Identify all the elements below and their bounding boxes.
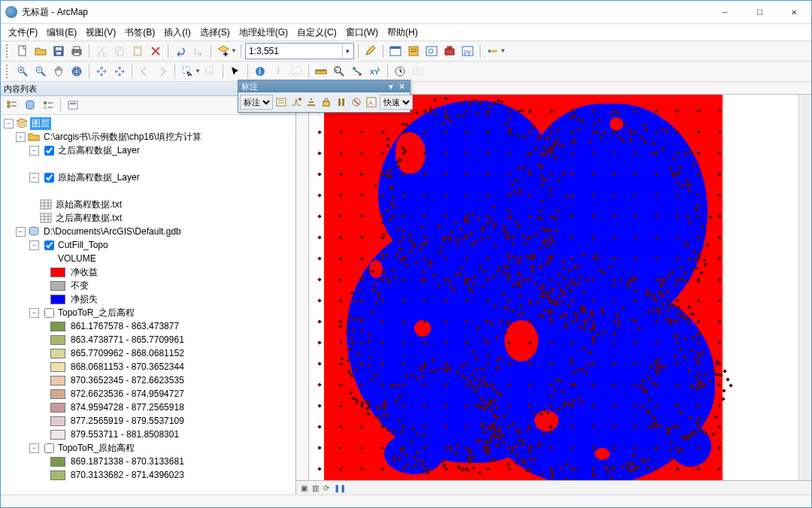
zoom-out-button[interactable] <box>32 63 49 80</box>
view-unplaced-button[interactable] <box>350 94 363 110</box>
collapse-icon[interactable]: − <box>29 308 39 318</box>
catalog-button[interactable] <box>405 43 422 59</box>
tree-label[interactable]: 原始高程数据.txt <box>54 198 123 211</box>
html-popup-button[interactable] <box>288 63 304 80</box>
collapse-icon[interactable]: − <box>29 173 39 183</box>
create-viewer-button[interactable] <box>410 63 426 80</box>
map-scrollbar-vertical[interactable] <box>798 95 811 480</box>
editor-toolbar-button[interactable] <box>362 43 379 59</box>
undo-button[interactable] <box>172 43 189 59</box>
add-data-button[interactable] <box>215 43 232 59</box>
measure-button[interactable] <box>313 63 329 80</box>
arctoolbox-button[interactable] <box>441 43 458 59</box>
select-elements-button[interactable] <box>227 63 244 80</box>
menu-geoprocessing[interactable]: 地理处理(G) <box>235 25 292 41</box>
find-button[interactable] <box>331 63 347 80</box>
list-by-selection-button[interactable] <box>65 97 81 113</box>
tree-label[interactable]: 之后高程数据_Layer <box>56 144 141 157</box>
pan-button[interactable] <box>50 63 67 80</box>
tree-topo-after[interactable]: − TopoToR_之后高程 <box>2 306 295 319</box>
tree-class-row[interactable]: 865.7709962 - 868.0681152 <box>2 346 295 360</box>
labeling-toolbar-close-icon[interactable]: ✕ <box>396 82 407 92</box>
data-view-tab[interactable]: ▣ <box>301 484 308 492</box>
collapse-icon[interactable]: − <box>29 146 39 156</box>
toc-button[interactable] <box>387 43 404 59</box>
tree-label[interactable]: D:\Documents\ArcGIS\Default.gdb <box>42 226 183 237</box>
close-button[interactable]: ✕ <box>777 1 811 23</box>
tree-cutfill-field[interactable]: VOLUME <box>2 252 295 265</box>
tree-class-row[interactable]: 863.4738771 - 865.7709961 <box>2 333 295 346</box>
pause-labels-button[interactable] <box>335 94 348 110</box>
list-by-source-button[interactable] <box>22 97 38 113</box>
layer-visibility-checkbox[interactable] <box>44 240 54 250</box>
pause-drawing-icon[interactable]: ❚❚ <box>334 484 346 492</box>
hyperlink-button[interactable] <box>270 63 286 80</box>
menu-bookmarks[interactable]: 书签(B) <box>120 25 159 41</box>
scale-dropdown-arrow[interactable]: ▾ <box>342 44 353 58</box>
lock-labels-button[interactable] <box>320 94 333 110</box>
find-route-button[interactable] <box>349 63 365 80</box>
collapse-icon[interactable]: − <box>29 240 39 250</box>
label-priority-button[interactable] <box>289 94 303 110</box>
menu-customize[interactable]: 自定义(C) <box>292 25 341 41</box>
collapse-icon[interactable]: − <box>29 443 39 453</box>
tree-class-row[interactable]: 868.0681153 - 870.3652344 <box>2 360 295 373</box>
tree-class-row[interactable]: 869.1871338 - 870.3133681 <box>2 455 295 468</box>
menu-select[interactable]: 选择(S) <box>195 25 235 41</box>
labeling-mode-select[interactable]: 标注 <box>240 95 273 110</box>
tree-txt-after[interactable]: 之后高程数据.txt <box>2 211 295 225</box>
tree-class-row[interactable]: 870.3652345 - 872.6623535 <box>2 373 295 387</box>
labeling-toolbar-titlebar[interactable]: 标注 ▾ ✕ <box>238 80 410 92</box>
maximize-button[interactable]: ☐ <box>742 1 777 23</box>
toc-tree[interactable]: − 图层 − C:\arcgis书\示例数据\chp16\填挖方计算 − 之后高… <box>1 115 295 494</box>
labeling-quality-select[interactable]: 快速 <box>380 95 413 110</box>
menu-edit[interactable]: 编辑(E) <box>42 25 81 41</box>
save-button[interactable] <box>50 43 67 59</box>
zoom-in-button[interactable] <box>14 63 31 80</box>
time-slider-button[interactable] <box>392 63 408 80</box>
tree-txt-before[interactable]: 原始高程数据.txt <box>2 198 295 211</box>
list-by-visibility-button[interactable] <box>40 97 56 113</box>
menu-insert[interactable]: 插入(I) <box>159 25 195 41</box>
menu-help[interactable]: 帮助(H) <box>383 25 423 41</box>
tree-topo-before[interactable]: − TopoToR_原始高程 <box>2 441 295 455</box>
tree-class-row[interactable]: 874.9594728 - 877.2565918 <box>2 401 295 414</box>
collapse-icon[interactable]: − <box>4 119 14 129</box>
tree-class-row[interactable]: 879.553711 - 881.8508301 <box>2 428 295 441</box>
tree-class-row[interactable]: 净收益 <box>2 265 295 279</box>
collapse-icon[interactable]: − <box>16 227 26 237</box>
prev-extent-button[interactable] <box>136 63 153 80</box>
tree-class-row[interactable]: 870.3133682 - 871.4396023 <box>2 468 295 482</box>
print-button[interactable] <box>68 43 85 59</box>
fixed-zoom-out-button[interactable] <box>111 63 128 80</box>
layer-visibility-checkbox[interactable] <box>44 308 54 318</box>
select-features-button[interactable] <box>179 63 195 80</box>
fixed-zoom-in-button[interactable] <box>93 63 110 80</box>
minimize-button[interactable]: ─ <box>707 1 742 23</box>
refresh-icon[interactable]: ⟳ <box>323 484 329 492</box>
tree-folder-chp16[interactable]: − C:\arcgis书\示例数据\chp16\填挖方计算 <box>2 130 295 144</box>
python-window-button[interactable]: py <box>459 43 476 59</box>
tree-layer-after[interactable]: − 之后高程数据_Layer <box>2 144 295 157</box>
paste-button[interactable] <box>129 43 146 59</box>
map-canvas[interactable]: // procedurally scatter the point layer … <box>309 95 798 480</box>
cut-button[interactable] <box>93 43 110 59</box>
abbrev-dict-button[interactable]: A <box>365 94 378 110</box>
tree-layer-before[interactable]: − 原始高程数据_Layer <box>2 171 295 184</box>
labeling-toolbar[interactable]: 标注 ▾ ✕ 标注 A 快速 <box>238 80 411 113</box>
tree-root-label[interactable]: 图层 <box>30 117 51 130</box>
identify-button[interactable]: i <box>252 63 268 80</box>
scale-input[interactable] <box>246 44 342 58</box>
tree-class-row[interactable]: 不变 <box>2 279 295 292</box>
layer-visibility-checkbox[interactable] <box>44 146 54 156</box>
new-doc-button[interactable] <box>14 43 31 59</box>
list-by-drawing-order-button[interactable] <box>4 97 20 113</box>
menu-view[interactable]: 视图(V) <box>81 25 120 41</box>
copy-button[interactable] <box>111 43 128 59</box>
tree-class-row[interactable]: 877.2565919 - 879.5537109 <box>2 414 295 428</box>
tree-label[interactable]: C:\arcgis书\示例数据\chp16\填挖方计算 <box>42 131 203 144</box>
collapse-icon[interactable]: − <box>16 132 26 142</box>
tree-label[interactable]: 之后高程数据.txt <box>54 212 123 225</box>
tree-cutfill[interactable]: − CutFill_Topo <box>2 238 295 252</box>
label-weight-button[interactable] <box>304 94 318 110</box>
